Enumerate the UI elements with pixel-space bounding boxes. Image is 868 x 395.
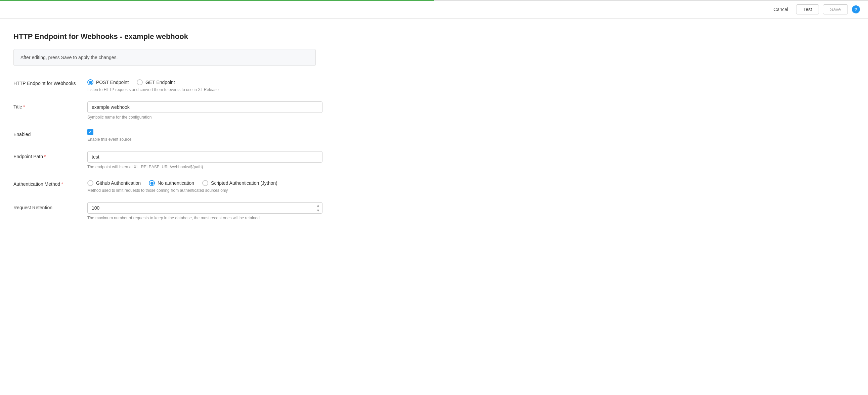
github-auth-option[interactable]: Github Authentication	[87, 180, 141, 186]
http-endpoint-row: HTTP Endpoint for Webhooks POST Endpoint…	[13, 78, 855, 92]
spinner-up-button[interactable]: ▲	[314, 203, 322, 208]
endpoint-path-input[interactable]	[87, 151, 322, 162]
scripted-auth-label: Scripted Authentication (Jython)	[211, 180, 277, 186]
http-endpoint-radio-group: POST Endpoint GET Endpoint	[87, 78, 322, 85]
get-endpoint-radio[interactable]	[137, 79, 143, 85]
test-button[interactable]: Test	[796, 4, 819, 14]
request-retention-input[interactable]	[87, 202, 322, 214]
cancel-button[interactable]: Cancel	[770, 5, 793, 14]
progress-bar	[0, 0, 868, 1]
no-auth-radio[interactable]	[149, 180, 155, 186]
scripted-auth-option[interactable]: Scripted Authentication (Jython)	[202, 180, 277, 186]
post-endpoint-label: POST Endpoint	[96, 80, 129, 85]
title-controls: Symbolic name for the configuration	[87, 101, 322, 120]
page-title: HTTP Endpoint for Webhooks - example web…	[13, 32, 855, 41]
http-endpoint-help: Listen to HTTP requests and convert them…	[87, 87, 322, 92]
get-endpoint-label: GET Endpoint	[146, 80, 175, 85]
title-row: Title* Symbolic name for the configurati…	[13, 101, 855, 120]
request-retention-spinner-wrap: ▲ ▼	[87, 202, 322, 214]
enabled-row: Enabled ✓ Enable this event source	[13, 129, 855, 142]
title-label: Title*	[13, 101, 87, 110]
github-auth-radio[interactable]	[87, 180, 93, 186]
title-help: Symbolic name for the configuration	[87, 115, 322, 120]
info-message: After editing, press Save to apply the c…	[21, 55, 118, 60]
enabled-controls: ✓ Enable this event source	[87, 129, 322, 142]
checkmark-icon: ✓	[89, 130, 92, 134]
main-content: HTTP Endpoint for Webhooks - example web…	[0, 19, 868, 395]
title-required: *	[23, 104, 25, 110]
auth-method-required: *	[61, 181, 63, 187]
info-box: After editing, press Save to apply the c…	[13, 49, 316, 66]
get-endpoint-option[interactable]: GET Endpoint	[137, 79, 175, 85]
endpoint-path-controls: The endpoint will listen at XL_RELEASE_U…	[87, 151, 322, 169]
top-bar: Cancel Test Save ?	[0, 0, 868, 19]
endpoint-path-required: *	[44, 154, 46, 159]
enabled-label: Enabled	[13, 129, 87, 137]
post-endpoint-option[interactable]: POST Endpoint	[87, 79, 129, 85]
request-retention-controls: ▲ ▼ The maximum number of requests to ke…	[87, 202, 322, 220]
spinner-down-button[interactable]: ▼	[314, 208, 322, 213]
scripted-auth-radio[interactable]	[202, 180, 208, 186]
auth-method-label: Authentication Method*	[13, 179, 87, 187]
enabled-checkbox[interactable]: ✓	[87, 129, 93, 135]
progress-bar-fill	[0, 0, 434, 1]
http-endpoint-controls: POST Endpoint GET Endpoint Listen to HTT…	[87, 78, 322, 92]
auth-method-row: Authentication Method* Github Authentica…	[13, 179, 855, 193]
post-endpoint-radio[interactable]	[87, 79, 93, 85]
auth-method-controls: Github Authentication No authentication …	[87, 179, 322, 193]
endpoint-path-help: The endpoint will listen at XL_RELEASE_U…	[87, 164, 322, 169]
request-retention-row: Request Retention ▲ ▼ The maximum number…	[13, 202, 855, 220]
no-auth-label: No authentication	[158, 180, 194, 186]
help-icon[interactable]: ?	[852, 5, 860, 13]
endpoint-path-label: Endpoint Path*	[13, 151, 87, 159]
request-retention-label: Request Retention	[13, 202, 87, 210]
spinner-arrows: ▲ ▼	[314, 203, 322, 213]
github-auth-label: Github Authentication	[96, 180, 141, 186]
title-input[interactable]	[87, 101, 322, 113]
request-retention-help: The maximum number of requests to keep i…	[87, 216, 322, 220]
endpoint-path-row: Endpoint Path* The endpoint will listen …	[13, 151, 855, 169]
auth-method-help: Method used to limit requests to those c…	[87, 188, 322, 193]
no-auth-option[interactable]: No authentication	[149, 180, 194, 186]
auth-method-radio-group: Github Authentication No authentication …	[87, 179, 322, 186]
http-endpoint-label: HTTP Endpoint for Webhooks	[13, 78, 87, 86]
enabled-help: Enable this event source	[87, 137, 322, 142]
save-button[interactable]: Save	[823, 4, 848, 14]
